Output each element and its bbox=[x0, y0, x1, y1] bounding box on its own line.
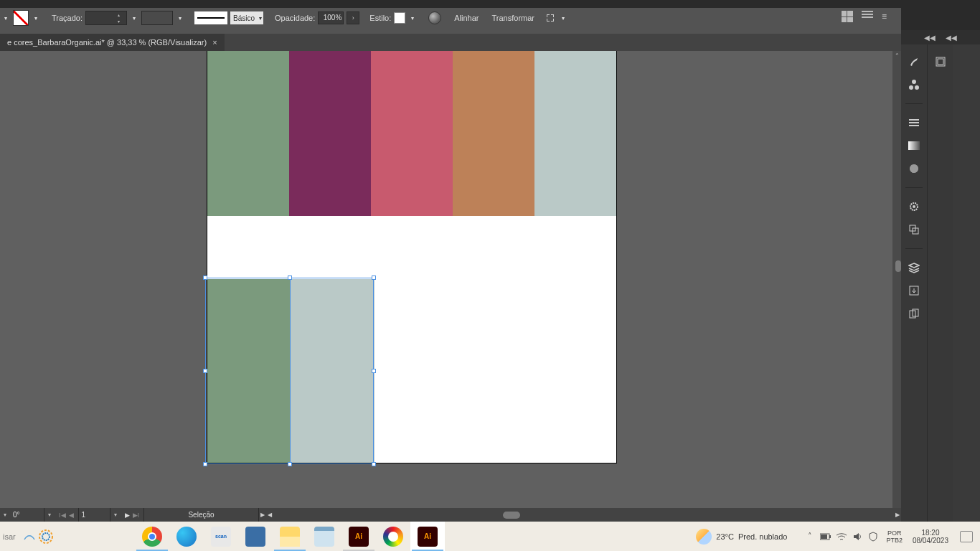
svg-point-11 bbox=[913, 205, 915, 208]
fill-menu[interactable]: ▾ bbox=[32, 11, 40, 24]
swatch-2[interactable] bbox=[289, 51, 371, 216]
svg-point-20 bbox=[42, 533, 50, 540]
taskbar-app-illustrator-active[interactable]: Ai bbox=[410, 522, 445, 551]
taskbar-search[interactable]: isar bbox=[0, 526, 20, 547]
vscroll-thumb[interactable] bbox=[895, 260, 901, 272]
layers-panel-icon[interactable] bbox=[907, 260, 921, 275]
libraries-panel-icon[interactable] bbox=[933, 55, 948, 69]
svg-rect-22 bbox=[829, 535, 831, 538]
no-fill-swatch[interactable] bbox=[13, 10, 29, 26]
panel-menu-icon[interactable]: ≡ bbox=[882, 11, 887, 22]
tray-battery-icon[interactable] bbox=[820, 531, 831, 542]
transform-button[interactable]: Transformar bbox=[492, 14, 535, 22]
style-menu[interactable]: ▾ bbox=[408, 11, 417, 24]
artboard-nav: I◀ ◀ bbox=[55, 508, 79, 522]
tool-hint: Seleção bbox=[144, 508, 259, 522]
svg-rect-4 bbox=[909, 119, 919, 121]
svg-point-19 bbox=[39, 530, 52, 543]
first-artboard-icon[interactable]: I◀ bbox=[57, 512, 67, 519]
vertical-scrollbar[interactable]: ⌃ bbox=[892, 51, 901, 508]
profile-label: Básico bbox=[233, 14, 255, 22]
windows-taskbar: isar scan Ai Ai 23°C Pred. nublado ˄ POR… bbox=[0, 522, 980, 551]
align-button[interactable]: Alinhar bbox=[454, 14, 479, 22]
taskbar-app-explorer[interactable] bbox=[273, 522, 307, 551]
hscroll-left-icon[interactable]: ▶ bbox=[259, 512, 266, 518]
tray-wifi-icon[interactable] bbox=[836, 531, 847, 542]
prev-artboard-icon[interactable]: ◀ bbox=[67, 512, 75, 519]
rotate-view-input[interactable]: 0° bbox=[10, 508, 44, 522]
zoom-dropdown[interactable]: ▾ bbox=[0, 512, 10, 518]
weather-temp[interactable]: 23°C bbox=[716, 532, 734, 541]
stroke-label: Traçado: bbox=[52, 14, 83, 22]
swatch-5[interactable] bbox=[534, 51, 616, 216]
tray-chevron-icon[interactable]: ˄ bbox=[804, 531, 816, 542]
symbols-panel-icon[interactable] bbox=[907, 77, 921, 92]
appearance-panel-icon[interactable] bbox=[907, 199, 921, 214]
opacity-value[interactable]: 100% bbox=[318, 11, 344, 24]
options-bar: ▾ ▾ Traçado: ▴▾ ▾ ▾ Básico Opacidade: 10… bbox=[0, 8, 901, 28]
stroke-swatch[interactable] bbox=[141, 11, 173, 25]
transparency-panel-icon[interactable] bbox=[907, 161, 921, 176]
opacity-menu[interactable]: › bbox=[347, 11, 359, 24]
artboard-number[interactable]: 1 bbox=[79, 508, 110, 522]
profile-preview bbox=[194, 11, 227, 24]
stroke-panel-icon[interactable] bbox=[907, 116, 921, 130]
taskbar-app-creative-cloud[interactable] bbox=[376, 522, 410, 551]
profile-dropdown[interactable]: Básico bbox=[230, 11, 263, 24]
collapse-panels-icon[interactable]: ◀◀ ◀◀ bbox=[901, 30, 980, 44]
artboard-dropdown[interactable]: ▾ bbox=[110, 512, 121, 518]
last-artboard-icon[interactable]: ▶I bbox=[131, 512, 141, 519]
tray-clock[interactable]: 18:20 08/04/2023 bbox=[910, 529, 951, 545]
arrange-documents-icon[interactable] bbox=[842, 11, 853, 22]
properties-toggle-icon[interactable] bbox=[862, 11, 873, 22]
swatch-6[interactable] bbox=[207, 279, 291, 463]
weather-icon[interactable] bbox=[696, 529, 712, 545]
stroke-swatch-menu[interactable]: ▾ bbox=[176, 11, 184, 24]
tray-volume-icon[interactable] bbox=[852, 531, 863, 542]
swatch-1[interactable] bbox=[207, 51, 289, 216]
asset-export-panel-icon[interactable] bbox=[907, 283, 921, 298]
hscroll-left2-icon[interactable]: ◀ bbox=[266, 512, 273, 518]
document-tab[interactable]: e cores_BarbaraOrganic.ai* @ 33,33 % (RG… bbox=[0, 34, 225, 51]
cortana-widget[interactable] bbox=[20, 526, 63, 547]
taskbar-app-scanner[interactable]: scan bbox=[204, 522, 238, 551]
taskbar-app-edge[interactable] bbox=[169, 522, 204, 551]
taskbar-app-calculator[interactable] bbox=[238, 522, 273, 551]
artboards-panel-icon[interactable] bbox=[907, 306, 921, 321]
panel-dock: ◀◀ ◀◀ bbox=[901, 0, 980, 522]
close-tab-icon[interactable]: × bbox=[212, 38, 217, 47]
stroke-weight-menu[interactable]: ▾ bbox=[130, 11, 138, 24]
tray-notifications-icon[interactable] bbox=[960, 531, 973, 542]
taskbar-app-illustrator-1[interactable]: Ai bbox=[341, 522, 376, 551]
swatch-4[interactable] bbox=[453, 51, 534, 216]
document-tab-title: e cores_BarbaraOrganic.ai* @ 33,33 % (RG… bbox=[7, 38, 207, 47]
taskbar-app-chrome[interactable] bbox=[135, 522, 169, 551]
svg-rect-6 bbox=[909, 125, 919, 126]
taskbar-app-notes[interactable] bbox=[307, 522, 341, 551]
svg-rect-5 bbox=[909, 122, 919, 123]
stroke-weight-input[interactable]: ▴▾ bbox=[85, 11, 127, 25]
horizontal-scrollbar[interactable] bbox=[275, 511, 892, 519]
canvas-area[interactable] bbox=[0, 51, 901, 508]
next-artboard-icon[interactable]: ▶ bbox=[123, 512, 131, 519]
hscroll-right-icon[interactable]: ▶ bbox=[894, 512, 901, 518]
rotate-dropdown[interactable]: ▾ bbox=[44, 512, 55, 518]
weather-desc[interactable]: Pred. nublado bbox=[738, 532, 788, 541]
artboard[interactable] bbox=[207, 51, 616, 463]
hscroll-thumb[interactable] bbox=[503, 512, 520, 519]
snap-menu[interactable]: ▾ bbox=[559, 11, 567, 24]
transform-panel-icon[interactable] bbox=[907, 222, 921, 237]
svg-rect-18 bbox=[938, 59, 943, 65]
tray-language[interactable]: POR PTB2 bbox=[883, 529, 905, 544]
scroll-up-icon[interactable]: ⌃ bbox=[892, 51, 901, 60]
swatch-7[interactable] bbox=[291, 279, 374, 463]
swatch-3[interactable] bbox=[371, 51, 453, 216]
gradient-panel-icon[interactable] bbox=[907, 138, 921, 153]
tray-security-icon[interactable] bbox=[867, 531, 879, 542]
snap-pixel-icon[interactable] bbox=[545, 12, 556, 24]
fill-dropdown[interactable]: ▾ bbox=[1, 11, 10, 24]
brushes-panel-icon[interactable] bbox=[907, 55, 921, 69]
recolor-icon[interactable] bbox=[428, 11, 441, 24]
style-swatch[interactable] bbox=[394, 12, 405, 24]
style-label: Estilo: bbox=[369, 14, 391, 22]
